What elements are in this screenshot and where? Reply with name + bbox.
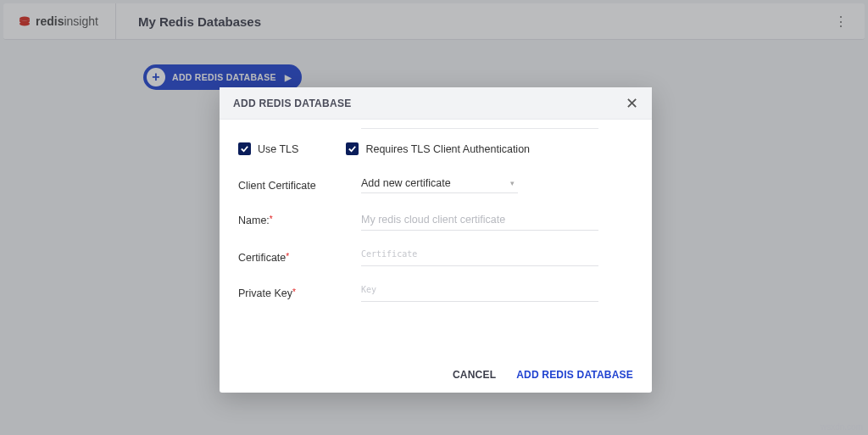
certificate-label: Certificate* <box>238 248 361 264</box>
modal-body: Use TLS Requires TLS Client Authenticati… <box>220 120 652 360</box>
certificate-name-row: Name:* <box>238 210 633 231</box>
private-key-label: Private Key* <box>238 283 361 299</box>
client-certificate-row: Client Certificate Add new certificate ▾ <box>238 176 633 193</box>
modal-title: ADD REDIS DATABASE <box>233 98 352 109</box>
modal-header: ADD REDIS DATABASE ✕ <box>220 87 652 120</box>
watermark: wsxdn.com <box>821 422 863 432</box>
use-tls-checkbox[interactable] <box>238 142 251 155</box>
chevron-down-icon: ▾ <box>510 179 515 187</box>
client-certificate-label: Client Certificate <box>238 176 361 192</box>
add-database-modal: ADD REDIS DATABASE ✕ Use TLS Requires TL… <box>220 87 652 393</box>
certificate-name-input[interactable] <box>361 210 598 231</box>
divider <box>361 128 598 129</box>
use-tls-label: Use TLS <box>258 143 298 155</box>
certificate-row: Certificate* <box>238 248 633 266</box>
certificate-input[interactable] <box>361 248 598 266</box>
certificate-name-label: Name:* <box>238 210 361 226</box>
close-icon[interactable]: ✕ <box>626 96 638 111</box>
tls-options-row: Use TLS Requires TLS Client Authenticati… <box>238 142 633 155</box>
requires-tls-client-auth-checkbox[interactable] <box>346 142 359 155</box>
client-certificate-select-value: Add new certificate <box>361 177 451 189</box>
cancel-button[interactable]: CANCEL <box>453 369 496 381</box>
private-key-input[interactable] <box>361 283 598 302</box>
client-certificate-select[interactable]: Add new certificate ▾ <box>361 176 518 193</box>
private-key-row: Private Key* <box>238 283 633 302</box>
modal-footer: CANCEL ADD REDIS DATABASE <box>220 360 652 393</box>
requires-tls-client-auth-label: Requires TLS Client Authentication <box>365 143 530 155</box>
submit-button[interactable]: ADD REDIS DATABASE <box>516 369 633 381</box>
